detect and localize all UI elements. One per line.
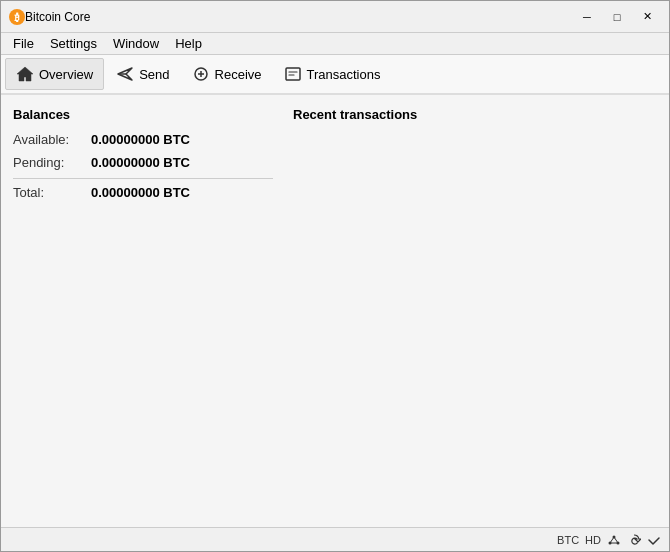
svg-line-8 — [614, 537, 618, 543]
main-window: ₿ Bitcoin Core ─ □ ✕ File Settings Windo… — [0, 0, 670, 552]
balances-panel: Balances Available: 0.00000000 BTC Pendi… — [13, 107, 273, 515]
pending-balance-row: Pending: 0.00000000 BTC — [13, 155, 273, 170]
overview-tab-button[interactable]: Overview — [5, 58, 104, 90]
recent-transactions-panel: Recent transactions — [293, 107, 657, 515]
house-icon — [16, 65, 34, 83]
send-icon — [116, 65, 134, 83]
total-label: Total: — [13, 185, 83, 200]
svg-text:₿: ₿ — [14, 12, 20, 23]
menu-settings[interactable]: Settings — [42, 34, 105, 53]
main-content: Balances Available: 0.00000000 BTC Pendi… — [1, 95, 669, 527]
sync-icon — [627, 533, 641, 547]
available-label: Available: — [13, 132, 83, 147]
receive-tab-label: Receive — [215, 67, 262, 82]
overview-tab-label: Overview — [39, 67, 93, 82]
total-value: 0.00000000 BTC — [91, 185, 190, 200]
menu-help[interactable]: Help — [167, 34, 210, 53]
check-icon — [647, 533, 661, 547]
svg-rect-3 — [286, 68, 300, 80]
toolbar: Overview Send Receive — [1, 55, 669, 95]
send-tab-button[interactable]: Send — [106, 58, 179, 90]
transactions-tab-label: Transactions — [307, 67, 381, 82]
minimize-button[interactable]: ─ — [573, 7, 601, 27]
recent-transactions-title: Recent transactions — [293, 107, 657, 122]
network-icon — [607, 533, 621, 547]
menu-file[interactable]: File — [5, 34, 42, 53]
pending-value: 0.00000000 BTC — [91, 155, 190, 170]
balances-title: Balances — [13, 107, 273, 122]
transactions-tab-button[interactable]: Transactions — [274, 58, 391, 90]
menu-window[interactable]: Window — [105, 34, 167, 53]
receive-icon — [192, 65, 210, 83]
maximize-button[interactable]: □ — [603, 7, 631, 27]
btc-label: BTC — [557, 534, 579, 546]
total-balance-row: Total: 0.00000000 BTC — [13, 185, 273, 200]
menu-bar: File Settings Window Help — [1, 33, 669, 55]
title-bar: ₿ Bitcoin Core ─ □ ✕ — [1, 1, 669, 33]
svg-line-7 — [610, 537, 614, 543]
window-controls: ─ □ ✕ — [573, 7, 661, 27]
status-bar: BTC HD — [1, 527, 669, 551]
receive-tab-button[interactable]: Receive — [182, 58, 272, 90]
window-title: Bitcoin Core — [25, 10, 573, 24]
pending-label: Pending: — [13, 155, 83, 170]
close-button[interactable]: ✕ — [633, 7, 661, 27]
app-icon: ₿ — [9, 9, 25, 25]
available-value: 0.00000000 BTC — [91, 132, 190, 147]
hd-label: HD — [585, 534, 601, 546]
balance-divider — [13, 178, 273, 179]
available-balance-row: Available: 0.00000000 BTC — [13, 132, 273, 147]
send-tab-label: Send — [139, 67, 169, 82]
transactions-icon — [284, 65, 302, 83]
